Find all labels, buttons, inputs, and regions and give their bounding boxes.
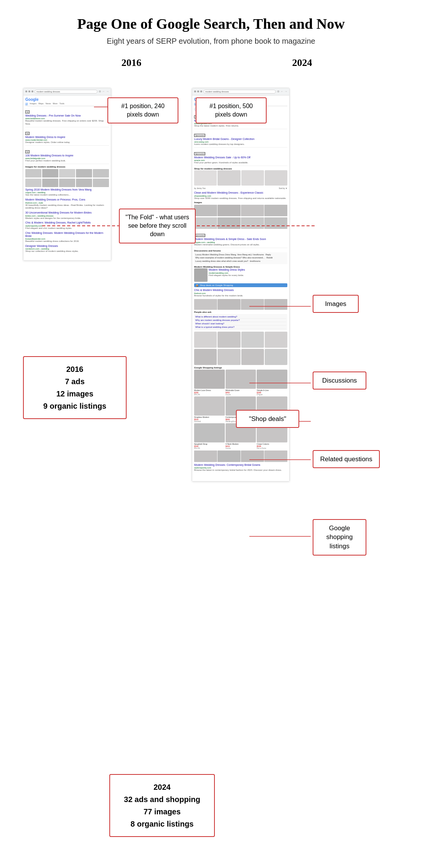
- year-label-2024: 2024: [292, 57, 312, 69]
- summary-2024-images: 77 images: [143, 807, 181, 816]
- annotation-shop-deals: "Shop deals": [236, 410, 299, 428]
- summary-2016-images: 12 images: [56, 390, 94, 398]
- annotation-related-questions: Related questions: [313, 450, 380, 469]
- serp-2016-screenshot: modern wedding dresses ⊕ ← → Google All …: [23, 88, 111, 261]
- summary-2024-year: 2024: [153, 783, 171, 791]
- serp-2016-container: modern wedding dresses ⊕ ← → Google All …: [23, 88, 111, 261]
- summary-2024-organic: 8 organic listings: [130, 820, 193, 828]
- page-title: Page One of Google Search, Then and Now: [23, 15, 399, 33]
- annotation-fold: "The Fold" - what users see before they …: [119, 209, 196, 243]
- annotation-discussions: Discussions: [313, 372, 366, 390]
- annotation-images: Images: [313, 295, 359, 313]
- annotation-google-shopping: Google shopping listings: [313, 519, 366, 556]
- summary-2016-year: 2016: [66, 365, 84, 373]
- browser-url-bar-2016: modern wedding dresses: [35, 90, 97, 94]
- summary-2016-ads: 7 ads: [65, 377, 84, 386]
- year-label-2016: 2016: [122, 57, 142, 69]
- page-subtitle: Eight years of SERP evolution, from phon…: [23, 37, 399, 46]
- browser-url-bar-2024: modern wedding dresses: [203, 90, 276, 94]
- annotation-position-2016: #1 position, 240 pixels down: [107, 97, 178, 124]
- annotation-position-2024: #1 position, 500 pixels down: [196, 97, 267, 124]
- summary-2024: 2024 32 ads and shopping 77 images 8 org…: [109, 774, 215, 837]
- summary-2024-ads: 32 ads and shopping: [124, 795, 200, 804]
- summary-2016-organic: 9 organic listings: [43, 402, 106, 410]
- summary-2016: 2016 7 ads 12 images 9 organic listings: [23, 356, 127, 419]
